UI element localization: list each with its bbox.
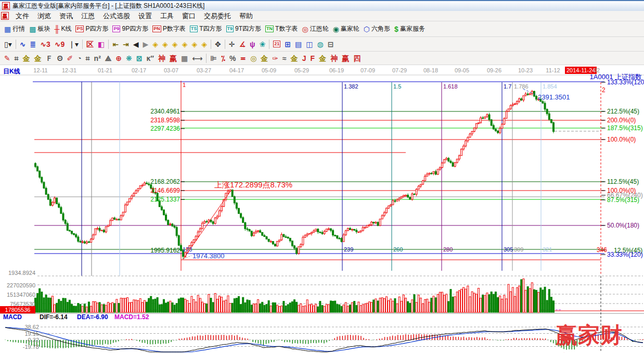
toolbar-button-spiral-tool[interactable]: ʘ — [55, 54, 65, 63]
macd-scale-label: 19.15 — [3, 331, 39, 337]
toolbar-button-9p-square[interactable]: P99P四方形 — [110, 24, 150, 34]
toolbar-button-kline[interactable]: ╫K线 — [52, 24, 73, 34]
toolbar-button-hexagon[interactable]: ⬡六角形 — [362, 24, 392, 34]
toolbar-button-quotes[interactable]: ▦行情 — [2, 24, 27, 34]
toolbar-button-n-square[interactable]: n² — [92, 54, 103, 63]
toolbar-button-net-box[interactable]: ⊠ — [134, 54, 145, 63]
toolbar-button-calendar[interactable]: 21 — [271, 40, 282, 48]
toolbar-button-red-brush[interactable]: ✑ — [270, 54, 280, 63]
toolbar-button-winner-wheel[interactable]: ◉赢家轮 — [331, 24, 362, 34]
toolbar-button-pan-right[interactable]: ◈ — [160, 40, 170, 49]
toolbar-separator — [211, 40, 211, 49]
toolbar-button-time-circle[interactable]: ◔ — [75, 54, 83, 63]
menu-item-设置[interactable]: 设置 — [134, 11, 156, 21]
p-number-table-label: P数字表 — [163, 24, 186, 33]
crosshair-tool-icon: ✛ — [229, 40, 235, 48]
toolbar-button-k-marks[interactable]: ĸ″ — [145, 54, 157, 63]
toolbar-button-next-bar[interactable]: ▶ — [141, 40, 151, 49]
toolbar-button-pct-slash[interactable]: ⁒ — [219, 54, 227, 63]
toolbar-button-printer[interactable]: ⊟ — [326, 40, 336, 49]
toolbar-button-winner-service[interactable]: $赢家服务 — [392, 24, 427, 34]
toolbar-button-t-number-table[interactable]: TNT数字表 — [263, 24, 300, 34]
toolbar-button-9t-square[interactable]: T99T四方形 — [224, 24, 264, 34]
toolbar-button-gold-line[interactable]: 金 — [259, 54, 270, 63]
toolbar-button-period-selector[interactable]: ▯▾ — [2, 40, 14, 49]
menu-item-浏览[interactable]: 浏览 — [33, 11, 55, 21]
toolbar-button-target-tool[interactable]: ⊕ — [113, 54, 124, 63]
toolbar-button-span-arrows[interactable]: ⟷ — [190, 54, 204, 63]
toolbar-button-sectors[interactable]: ▩板块 — [27, 24, 52, 34]
toolbar-button-shen-angle[interactable]: 神 — [328, 54, 340, 63]
toolbar-button-star-tool[interactable]: ❋ — [124, 54, 134, 63]
menu-item-帮助[interactable]: 帮助 — [235, 11, 257, 21]
toolbar-button-p-square[interactable]: PSP四方形 — [73, 24, 110, 34]
toolbar-button-si-angle[interactable]: 四 — [351, 54, 363, 63]
toolbar-button-jump-last[interactable]: ⇥ — [121, 40, 131, 49]
toolbar-button-gold-gate-2[interactable]: 金 — [32, 54, 44, 63]
menu-item-交易委托[interactable]: 交易委托 — [200, 11, 235, 21]
toolbar-button-gann-tool[interactable]: ψ — [248, 40, 257, 49]
toolbar-button-save[interactable]: ◫ — [304, 40, 315, 49]
toolbar-button-notepad[interactable]: ▤ — [293, 40, 304, 49]
toolbar-button-region-tool[interactable]: 区 — [84, 40, 96, 49]
toolbar-button-prev-bar[interactable]: ◀ — [131, 40, 141, 49]
wave-band-icon: ≈ — [282, 54, 287, 62]
toolbar-button-f-ruler[interactable]: Ｆ — [44, 54, 55, 63]
menu-item-公式选股[interactable]: 公式选股 — [99, 11, 134, 21]
toolbar-button-angle-tool[interactable]: ∡ — [237, 40, 248, 49]
toolbar-button-gold-circle[interactable]: ◎ — [248, 54, 259, 63]
toolbar-button-j-angle[interactable]: J — [300, 54, 308, 63]
toolbar-button-web-service[interactable]: ◍ — [315, 40, 326, 49]
toolbar-button-price-ladder[interactable]: ⊫ — [208, 54, 219, 63]
menu-item-资讯[interactable]: 资讯 — [55, 11, 77, 21]
t-number-table-label: T数字表 — [275, 24, 298, 33]
toolbar-button-tick-ruler[interactable]: ⌗ — [84, 54, 92, 63]
toolbar-button-shen-tool[interactable]: 神 — [156, 54, 168, 63]
toolbar-button-percent-tool[interactable]: % — [227, 54, 238, 63]
toolbar-button-info-list[interactable]: ≣ — [28, 40, 38, 49]
toolbar-button-zoom-in-h[interactable]: ◈ — [180, 40, 190, 49]
toolbar-button-wave-9[interactable]: ∿9 — [53, 40, 67, 49]
toolbar-button-price-pen[interactable]: ✐ — [65, 54, 75, 63]
net-box-icon: ⊠ — [136, 54, 143, 62]
toolbar-button-yingjia-tool[interactable]: 赢 — [168, 54, 179, 63]
toolbar-button-crosshair-tool[interactable]: ✛ — [227, 40, 237, 49]
toolbar-button-gold-band[interactable]: 金 — [289, 54, 300, 63]
title-bar[interactable]: 赢 赢家江恩专业版[赢家内部服务平台] - [上证指数 SH1A0001-243… — [0, 0, 644, 11]
toolbar-button-wave-3[interactable]: ∿3 — [38, 40, 53, 49]
toolbar-button-p-number-table[interactable]: PNP数字表 — [150, 24, 188, 34]
wave-9-icon: ∿9 — [55, 40, 65, 48]
toolbar-button-grid-tool[interactable]: ⌗ — [12, 54, 21, 63]
toolbar-button-candle-style[interactable]: ❘▾ — [67, 40, 81, 49]
toolbar-button-pan-left[interactable]: ◈ — [150, 40, 160, 49]
menu-item-窗口[interactable]: 窗口 — [178, 11, 200, 21]
toolbar-button-gold-angle[interactable]: 金 — [317, 54, 328, 63]
toolbar-button-f-angle[interactable]: F — [308, 54, 317, 63]
toolbar-button-pct-line[interactable]: ≖ — [238, 54, 248, 63]
toolbar-button-zoom-out-h[interactable]: ◈ — [170, 40, 180, 49]
toolbar-button-grid-123[interactable]: ▦ — [179, 54, 190, 63]
toolbar-button-wave-band[interactable]: ≈ — [280, 54, 289, 63]
toolbar-button-volume-profile[interactable]: ◧ — [96, 40, 107, 49]
p-number-table-icon: PN — [152, 26, 161, 32]
chart-area[interactable] — [0, 65, 644, 353]
toolbar-button-hand-tool[interactable]: ✥ — [213, 40, 223, 49]
toolbar-button-jump-first[interactable]: ⇤ — [110, 40, 121, 49]
gann-wheel-label: 江恩轮 — [310, 24, 329, 33]
toolbar-button-gold-gate-1[interactable]: 金 — [21, 54, 32, 63]
price-level-label: 2168.2062 — [148, 179, 180, 185]
toolbar-button-calculator[interactable]: ⊞ — [282, 40, 293, 49]
date-label: 11-12 — [543, 67, 563, 73]
toolbar-button-t-square[interactable]: TST四方形 — [188, 24, 224, 34]
menu-item-江恩[interactable]: 江恩 — [77, 11, 99, 21]
menu-item-工具[interactable]: 工具 — [156, 11, 178, 21]
toolbar-button-angle-mirror[interactable]: ⟁ — [103, 54, 114, 63]
toolbar-button-shape-tool[interactable]: ❀ — [257, 40, 268, 49]
toolbar-button-gann-wheel[interactable]: ◎江恩轮 — [300, 24, 330, 34]
toolbar-button-expand-all[interactable]: ◈ — [189, 40, 199, 49]
toolbar-button-pen-tool[interactable]: ✎ — [2, 54, 12, 63]
toolbar-button-fit-screen[interactable]: ◈ — [199, 40, 209, 49]
toolbar-button-ying-angle[interactable]: 赢 — [340, 54, 351, 63]
toolbar-button-zigzag-tool[interactable]: ∿ — [18, 40, 28, 49]
menu-item-文件[interactable]: 文件 — [11, 11, 33, 21]
